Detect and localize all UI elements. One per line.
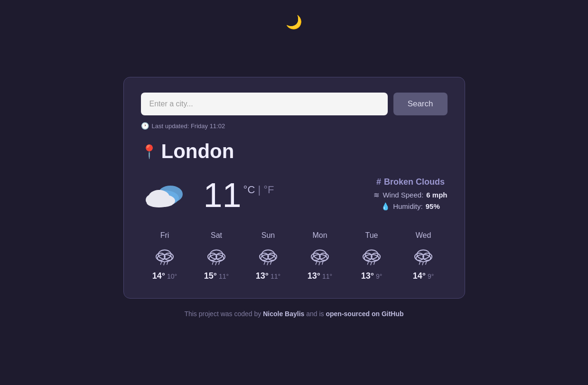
humidity-row: 💧 Humidity: 95% (373, 202, 447, 211)
footer: This project was coded by Nicole Baylis … (184, 310, 403, 318)
day-label: Sun (261, 231, 275, 240)
footer-text-before: This project was coded by (184, 310, 263, 318)
svg-line-39 (371, 262, 372, 265)
forecast-temps: 13° 9° (361, 271, 383, 281)
svg-line-10 (160, 262, 161, 264)
svg-line-33 (322, 262, 323, 264)
weather-details: # Broken Clouds ≋ Wind Speed: 6 mph 💧 Hu… (373, 177, 447, 214)
forecast-day-fri: Fri 14° 10° (141, 231, 189, 281)
clock-icon: 🕐 (141, 122, 149, 130)
svg-point-5 (147, 198, 171, 207)
city-name: London (161, 140, 234, 163)
forecast-low: 11° (219, 272, 229, 280)
unit-separator: | (258, 184, 263, 196)
forecast-cloud-icon (360, 245, 383, 265)
wind-label: Wind Speed: (383, 191, 423, 199)
forecast-temps: 13° 11° (256, 271, 280, 281)
wind-value: 6 mph (426, 191, 447, 199)
day-label: Mon (312, 231, 327, 240)
search-button[interactable]: Search (393, 93, 448, 115)
forecast-cloud-icon (153, 245, 176, 265)
forecast-high: 14° (152, 271, 165, 281)
current-weather-block: 11 °C | °F # Broken Clouds ≋ Wind Speed:… (141, 176, 448, 214)
forecast-day-wed: Wed 14° 9° (400, 231, 448, 281)
forecast-low: 9° (428, 272, 434, 280)
city-row: 📍 London (141, 140, 448, 163)
svg-line-46 (422, 262, 423, 265)
last-updated-row: 🕐 Last updated: Friday 11:02 (141, 122, 448, 130)
forecast-day-sun: Sun 13° 11° (244, 231, 292, 281)
fahrenheit-unit[interactable]: °F (263, 184, 274, 196)
svg-line-47 (426, 262, 427, 264)
forecast-cloud-icon (308, 245, 331, 265)
search-row: Search (141, 93, 448, 115)
forecast-day-sat: Sat 15° 11° (193, 231, 241, 281)
forecast-cloud-icon (257, 245, 280, 265)
forecast-low: 11° (271, 272, 280, 280)
svg-line-24 (264, 262, 265, 264)
forecast-day-mon: Mon 13° 11° (296, 231, 344, 281)
forecast-high: 13° (361, 271, 374, 281)
forecast-high: 15° (204, 271, 217, 281)
location-pin-icon: 📍 (141, 144, 158, 160)
github-link[interactable]: open-sourced on GitHub (326, 310, 403, 318)
forecast-temps: 13° 11° (308, 271, 332, 281)
moon-icon: 🌙 (286, 14, 302, 30)
forecast-low: 10° (167, 272, 177, 280)
forecast-high: 14° (413, 271, 426, 281)
wind-row: ≋ Wind Speed: 6 mph (373, 191, 447, 199)
condition-text: Broken Clouds (384, 177, 445, 187)
svg-line-31 (316, 262, 317, 264)
forecast-low: 9° (376, 272, 382, 280)
svg-line-38 (367, 262, 368, 264)
forecast-cloud-icon (412, 245, 435, 265)
forecast-high: 13° (256, 271, 269, 281)
forecast-day-tue: Tue 13° 9° (348, 231, 396, 281)
wind-icon: ≋ (373, 191, 380, 199)
last-updated-text: Last updated: Friday 11:02 (152, 122, 225, 130)
forecast-temps: 14° 10° (152, 271, 177, 281)
footer-author: Nicole Baylis (263, 310, 304, 318)
temperature-units: °C | °F (243, 184, 274, 196)
city-search-input[interactable] (141, 93, 388, 115)
svg-line-26 (271, 262, 271, 264)
svg-line-25 (267, 262, 268, 265)
svg-line-17 (212, 262, 213, 264)
svg-line-40 (374, 262, 375, 264)
forecast-grid: Fri 14° 10° Sat (141, 231, 448, 281)
forecast-temps: 15° 11° (204, 271, 229, 281)
weather-icon-large (141, 176, 188, 214)
weather-condition: # Broken Clouds (373, 177, 447, 187)
svg-line-32 (319, 262, 320, 265)
svg-line-12 (167, 262, 168, 264)
svg-line-45 (419, 262, 420, 264)
forecast-low: 11° (322, 272, 332, 280)
weather-card: Search 🕐 Last updated: Friday 11:02 📍 Lo… (123, 77, 465, 299)
forecast-high: 13° (308, 271, 320, 281)
svg-line-18 (215, 262, 216, 265)
temperature-value: 11 (204, 178, 242, 212)
celsius-unit: °C (243, 184, 255, 196)
day-label: Sat (211, 231, 222, 240)
day-label: Wed (416, 231, 431, 240)
humidity-icon: 💧 (381, 202, 390, 211)
humidity-label: Humidity: (393, 202, 423, 210)
temperature-block: 11 °C | °F (204, 178, 274, 212)
day-label: Tue (365, 231, 378, 240)
humidity-value: 95% (426, 202, 440, 210)
forecast-temps: 14° 9° (413, 271, 434, 281)
footer-text-middle: and is (304, 310, 326, 318)
forecast-cloud-icon (205, 245, 228, 265)
svg-line-19 (219, 262, 220, 264)
condition-hash-icon: # (376, 177, 381, 187)
svg-line-11 (164, 262, 165, 265)
day-label: Fri (160, 231, 169, 240)
